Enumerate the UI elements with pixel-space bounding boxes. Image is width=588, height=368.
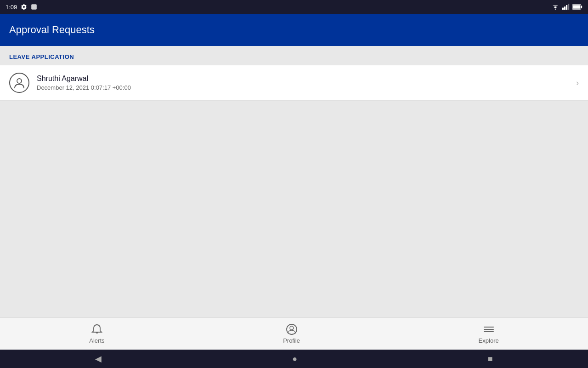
page-title: Approval Requests [9, 24, 95, 36]
nav-alerts-label: Alerts [89, 337, 104, 344]
svg-rect-7 [568, 4, 569, 10]
nav-profile-label: Profile [283, 337, 300, 344]
avatar-icon [13, 76, 26, 89]
svg-rect-4 [562, 8, 564, 10]
nav-explore-label: Explore [479, 337, 499, 344]
menu-icon [483, 323, 495, 335]
list-item-name: Shruthi Agarwal [37, 75, 571, 83]
list-item-date: December 12, 2021 0:07:17 +00:00 [37, 84, 571, 91]
signal-icon [562, 4, 570, 10]
svg-rect-10 [573, 5, 580, 9]
back-button[interactable]: ◀ [95, 354, 102, 364]
svg-point-14 [290, 326, 294, 330]
svg-point-11 [17, 79, 22, 83]
nav-item-profile[interactable]: Profile [269, 320, 314, 348]
bottom-nav: Alerts Profile Explore [0, 317, 588, 350]
list-item-content: Shruthi Agarwal December 12, 2021 0:07:1… [37, 75, 571, 91]
app-header: Approval Requests [0, 14, 588, 46]
svg-rect-5 [564, 6, 565, 10]
svg-marker-2 [553, 5, 558, 7]
status-bar-left: 1:09 [6, 4, 37, 11]
section-label-container: LEAVE APPLICATION [0, 46, 588, 65]
system-nav: ◀ ● ■ [0, 350, 588, 368]
svg-rect-6 [566, 5, 567, 10]
section-label-text: LEAVE APPLICATION [9, 53, 74, 60]
notification-icon [31, 4, 37, 10]
list-item[interactable]: Shruthi Agarwal December 12, 2021 0:07:1… [0, 65, 588, 101]
svg-marker-3 [555, 9, 556, 10]
battery-icon [572, 4, 582, 10]
wifi-icon [551, 4, 560, 10]
nav-item-alerts[interactable]: Alerts [75, 320, 118, 348]
chevron-right-icon: › [576, 78, 579, 88]
nav-item-explore[interactable]: Explore [465, 320, 513, 348]
user-icon [286, 323, 298, 335]
status-time: 1:09 [6, 4, 17, 11]
settings-icon [21, 4, 27, 10]
svg-rect-0 [31, 4, 37, 10]
bell-icon [91, 323, 103, 335]
svg-rect-9 [581, 6, 582, 8]
recents-button[interactable]: ■ [488, 354, 493, 364]
status-bar-right [551, 4, 582, 10]
main-content [0, 101, 588, 317]
avatar [9, 73, 29, 93]
status-bar: 1:09 [0, 0, 588, 14]
home-button[interactable]: ● [292, 354, 297, 364]
